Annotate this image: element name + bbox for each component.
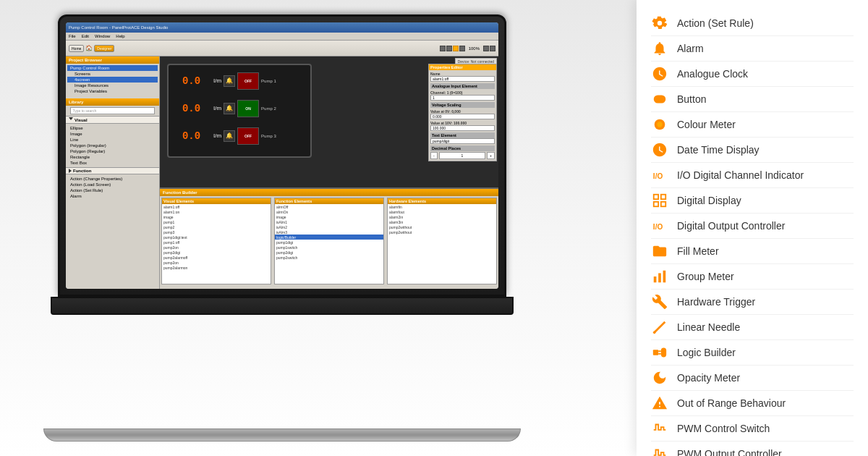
sidebar-item[interactable]: I/OI/O Digital Channel Indicator: [651, 163, 854, 188]
decimal-plus-btn[interactable]: +: [487, 152, 495, 159]
function-toggle-icon[interactable]: [69, 169, 72, 173]
list-item[interactable]: pump1:off: [162, 240, 271, 245]
text-element-value[interactable]: pump/digit: [430, 138, 495, 144]
list-item[interactable]: pump2digi: [275, 250, 383, 255]
menu-file[interactable]: File: [69, 34, 76, 38]
list-item[interactable]: pump2without: [388, 224, 496, 229]
decimal-minus-btn[interactable]: -: [430, 152, 438, 159]
pwm-output-icon: [651, 445, 668, 456]
channel-value[interactable]: 1: [430, 95, 495, 101]
pump3-alarm-btn[interactable]: 🔔: [224, 130, 235, 142]
list-item[interactable]: pump2digi: [162, 250, 271, 255]
sidebar-item[interactable]: PWM Control Switch: [651, 416, 854, 442]
pump3-status-btn[interactable]: OFF: [237, 127, 259, 145]
list-item[interactable]: logic/Builder: [275, 235, 383, 240]
sidebar-item[interactable]: Digital Display: [651, 188, 854, 214]
menu-edit[interactable]: Edit: [82, 34, 89, 38]
list-item[interactable]: Action (Change Properties): [67, 176, 158, 182]
sidebar-item[interactable]: Analogue Clock: [651, 62, 854, 87]
toolbar-icon-2[interactable]: [446, 46, 452, 51]
home-button[interactable]: Home: [69, 45, 84, 52]
pump2-status-btn[interactable]: ON: [237, 100, 259, 117]
value-at-10v-input[interactable]: 100.000: [430, 125, 495, 131]
tree-item-images[interactable]: Image Resources: [67, 83, 158, 88]
sidebar-item-label: Linear Needle: [677, 321, 740, 333]
list-item[interactable]: Image: [67, 131, 158, 137]
list-item[interactable]: image: [162, 214, 271, 219]
list-item[interactable]: Text Box: [67, 160, 158, 166]
tree-item-root[interactable]: Pump Control Room: [67, 65, 158, 71]
tree-item-screens[interactable]: Screens: [67, 71, 158, 77]
visual-toggle-icon[interactable]: [69, 117, 73, 122]
svg-rect-9: [654, 276, 657, 282]
list-item[interactable]: pump3: [162, 229, 271, 235]
list-item[interactable]: Rectangle: [67, 154, 158, 160]
designer-button[interactable]: Designer: [94, 45, 114, 52]
list-item[interactable]: alarmfin: [388, 204, 496, 209]
list-item[interactable]: Polygon (Regular): [67, 148, 158, 154]
list-item[interactable]: alarm3in: [388, 219, 496, 224]
list-item[interactable]: pump2on: [162, 245, 271, 250]
list-item[interactable]: pump2: [162, 224, 271, 229]
sidebar-item-label: Date Time Display: [677, 144, 760, 156]
list-item[interactable]: Line: [67, 137, 158, 143]
list-item[interactable]: alarm1:off: [162, 204, 271, 209]
list-item[interactable]: alarm1:on: [162, 209, 271, 214]
list-item[interactable]: Ellipse: [67, 125, 158, 131]
sidebar-item[interactable]: Colour Meter: [651, 112, 854, 138]
toolbar-icon-3[interactable]: [453, 46, 459, 51]
library-search[interactable]: Type to search: [70, 107, 154, 114]
sidebar-item[interactable]: I/ODigital Output Controller: [651, 214, 854, 239]
toolbar-icon-4[interactable]: [459, 46, 465, 51]
value-at-0v-input[interactable]: 0.000: [430, 114, 495, 119]
list-item[interactable]: pump2alarmon: [162, 265, 271, 270]
pump1-status-btn[interactable]: OFF: [237, 72, 259, 90]
list-item[interactable]: Alarm: [67, 193, 158, 199]
list-item[interactable]: Action (Load Screen): [67, 182, 158, 187]
sidebar-item[interactable]: Hardware Trigger: [651, 290, 854, 315]
list-item[interactable]: image: [275, 214, 383, 219]
list-item[interactable]: pump2alarmoff: [162, 255, 271, 260]
function-builder-header: Function Builder: [160, 189, 498, 196]
toolbar-icon-1[interactable]: [440, 46, 446, 51]
sidebar-item[interactable]: Action (Set Rule): [651, 11, 854, 36]
pump1-alarm-btn[interactable]: 🔔: [224, 75, 235, 87]
list-item[interactable]: pump1digi: [275, 240, 383, 245]
list-item[interactable]: isAlm1: [275, 219, 383, 224]
sidebar-item[interactable]: Fill Meter: [651, 239, 854, 264]
list-item[interactable]: alarmfout: [388, 209, 496, 214]
list-item[interactable]: alarm2in: [388, 214, 496, 219]
sidebar-item[interactable]: Linear Needle: [651, 315, 854, 340]
sidebar-item[interactable]: PWM Output Controller: [651, 442, 854, 456]
sidebar-item[interactable]: Date Time Display: [651, 138, 854, 163]
tree-item-vars[interactable]: Project Variables: [67, 88, 158, 94]
pump2-alarm-btn[interactable]: 🔔: [224, 103, 235, 114]
toolbar-icon-5[interactable]: [483, 46, 489, 51]
sidebar-item[interactable]: Opacity Meter: [651, 366, 854, 391]
menu-window[interactable]: Window: [95, 34, 110, 38]
toolbar-icon-6[interactable]: [490, 46, 495, 51]
svg-rect-14: [653, 350, 658, 355]
sidebar-item[interactable]: Group Meter: [651, 264, 854, 290]
list-item[interactable]: alrmOn: [275, 209, 383, 214]
list-item[interactable]: Action (Set Rule): [67, 187, 158, 193]
list-item[interactable]: isAlm3: [275, 229, 383, 235]
list-item[interactable]: pump2on: [162, 260, 271, 265]
canvas-area[interactable]: Device: Not connected 0.0 I/m 🔔 OFF: [160, 56, 498, 187]
list-item[interactable]: Polygon (Irregular): [67, 143, 158, 148]
list-item[interactable]: pump1: [162, 219, 271, 224]
menu-help[interactable]: Help: [116, 34, 124, 38]
list-item[interactable]: isAlm2: [275, 224, 383, 229]
list-item[interactable]: pump2switch: [275, 255, 383, 260]
list-item[interactable]: pump2without: [388, 229, 496, 235]
prop-name-value[interactable]: alarm1:off: [430, 76, 495, 82]
sidebar-item[interactable]: Alarm: [651, 36, 854, 62]
linear-needle-icon: [651, 318, 668, 336]
list-item[interactable]: alrmOff: [275, 204, 383, 209]
list-item[interactable]: pump1switch: [275, 245, 383, 250]
tree-item-4screen[interactable]: 4screen: [67, 77, 158, 83]
sidebar-item[interactable]: Logic Builder: [651, 340, 854, 366]
list-item[interactable]: pump1digi:text: [162, 235, 271, 240]
sidebar-item[interactable]: Button: [651, 87, 854, 112]
sidebar-item[interactable]: Out of Range Behaviour: [651, 391, 854, 416]
